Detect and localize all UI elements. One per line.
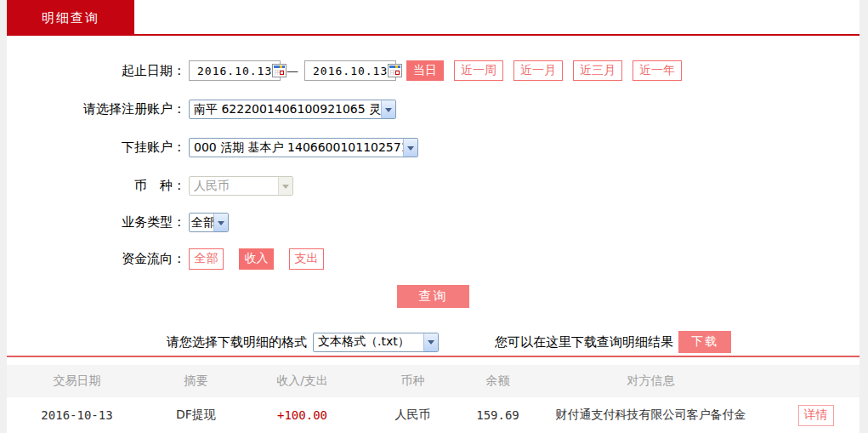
- download-row: 请您选择下载明细的格式 文本格式（.txt） 您可以在这里下载查询明细结果 下载: [7, 330, 859, 354]
- calendar-icon[interactable]: [272, 64, 286, 77]
- tab-label: 明细查询: [42, 10, 99, 26]
- download-format-label: 请您选择下载明细的格式: [167, 334, 307, 350]
- register-account-value: 南平 6222001406100921065 灵通卡: [190, 102, 381, 117]
- sub-account-label: 下挂账户：: [7, 140, 185, 156]
- fund-flow-expense-button[interactable]: 支出: [289, 248, 324, 270]
- sub-account-select[interactable]: 000 活期 基本户 1406600101102571848: [189, 138, 418, 157]
- quick-range-today-button[interactable]: 当日: [406, 60, 444, 81]
- sub-account-value: 000 活期 基本户 1406600101102571848: [190, 140, 403, 156]
- sub-account-row: 下挂账户： 000 活期 基本户 1406600101102571848: [7, 137, 859, 158]
- currency-select: 人民币: [189, 176, 293, 196]
- header-counterparty: 对方信息: [530, 373, 772, 389]
- cell-summary: DF提现: [147, 407, 245, 423]
- download-hint-text: 您可以在这里下载查询明细结果: [495, 334, 673, 350]
- header-date: 交易日期: [7, 373, 147, 389]
- calendar-icon[interactable]: [388, 64, 402, 77]
- cell-currency: 人民币: [360, 407, 466, 423]
- fund-flow-row: 资金流向： 全部 收入 支出: [7, 248, 859, 270]
- date-range-row: 起止日期： 2016.10.13 — 2016.10.13 当日 近一周 近一月…: [7, 59, 859, 83]
- end-date-input[interactable]: 2016.10.13: [304, 60, 396, 81]
- fund-flow-all-button[interactable]: 全部: [189, 248, 224, 270]
- business-type-label: 业务类型：: [7, 214, 185, 231]
- currency-label: 币 种：: [7, 178, 185, 194]
- table-top-divider: [7, 356, 859, 357]
- currency-row: 币 种： 人民币: [7, 175, 859, 197]
- header-balance: 余额: [466, 373, 530, 389]
- download-format-select[interactable]: 文本格式（.txt）: [313, 333, 439, 352]
- chevron-down-icon[interactable]: [423, 333, 438, 351]
- header-amount: 收入/支出: [245, 373, 360, 389]
- header-currency: 币种: [360, 373, 466, 389]
- table-header-row: 交易日期 摘要 收入/支出 币种 余额 对方信息: [7, 365, 859, 397]
- quick-range-month-button[interactable]: 近一月: [513, 60, 563, 81]
- table-row: 2016-10-13 DF提现 +100.00 人民币 159.69 财付通支付…: [7, 397, 859, 433]
- chevron-down-icon[interactable]: [381, 100, 395, 118]
- quick-range-year-button[interactable]: 近一年: [633, 60, 682, 81]
- start-date-value: 2016.10.13: [197, 65, 272, 77]
- header-summary: 摘要: [147, 373, 245, 389]
- currency-value: 人民币: [190, 179, 278, 194]
- cell-action: 详情: [772, 405, 859, 426]
- business-type-value: 全部: [190, 215, 213, 231]
- main-panel: 明细查询 起止日期： 2016.10.13 — 2016.10.13 当日 近一…: [7, 0, 859, 433]
- cell-date: 2016-10-13: [7, 408, 147, 422]
- detail-button[interactable]: 详情: [798, 405, 834, 426]
- quick-range-3month-button[interactable]: 近三月: [573, 60, 622, 81]
- cell-counterparty: 财付通支付科技有限公司客户备付金: [530, 407, 772, 423]
- fund-flow-income-button[interactable]: 收入: [239, 248, 274, 270]
- business-type-select[interactable]: 全部: [189, 213, 229, 232]
- chevron-down-icon[interactable]: [403, 139, 417, 157]
- cell-amount: +100.00: [245, 408, 360, 422]
- chevron-down-icon: [278, 177, 292, 195]
- download-format-value: 文本格式（.txt）: [314, 334, 423, 350]
- cell-balance: 159.69: [466, 408, 530, 422]
- fund-flow-label: 资金流向：: [7, 251, 185, 267]
- tab-underline: [7, 34, 859, 36]
- query-button[interactable]: 查询: [397, 285, 469, 308]
- end-date-value: 2016.10.13: [313, 65, 388, 77]
- quick-range-week-button[interactable]: 近一周: [454, 60, 503, 81]
- tab-detail-query[interactable]: 明细查询: [7, 0, 134, 36]
- date-range-label: 起止日期：: [7, 63, 185, 79]
- register-account-label: 请选择注册账户：: [7, 101, 185, 117]
- chevron-down-icon[interactable]: [213, 214, 228, 231]
- business-type-row: 业务类型： 全部: [7, 212, 859, 233]
- date-separator: —: [286, 64, 298, 77]
- register-account-row: 请选择注册账户： 南平 6222001406100921065 灵通卡: [7, 99, 859, 120]
- download-button[interactable]: 下载: [678, 331, 731, 353]
- start-date-input[interactable]: 2016.10.13: [189, 60, 281, 81]
- register-account-select[interactable]: 南平 6222001406100921065 灵通卡: [189, 100, 396, 119]
